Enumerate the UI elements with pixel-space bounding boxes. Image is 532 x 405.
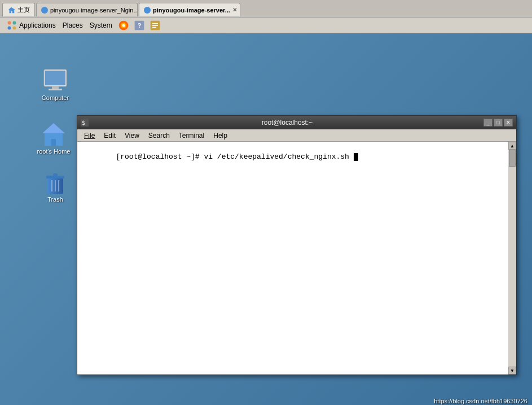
terminal-menu-terminal[interactable]: Terminal	[174, 131, 209, 140]
system-label: System	[90, 21, 112, 29]
terminal-cursor	[354, 153, 358, 161]
applications-label: Applications	[19, 21, 56, 29]
tab-2[interactable]: pinyougou-image-server... ✕	[139, 3, 240, 16]
svg-rect-16	[49, 89, 62, 90]
gnome-menubar: Applications Places System ?	[0, 18, 532, 33]
desktop-icon-trash[interactable]: Trash	[33, 169, 78, 203]
svg-rect-15	[52, 86, 59, 89]
tab-home[interactable]: 主页	[2, 3, 35, 16]
svg-point-1	[13, 21, 16, 24]
terminal-window-icon: $	[81, 119, 89, 127]
terminal-menu-file[interactable]: File	[80, 131, 99, 140]
trash-icon	[42, 169, 69, 196]
desktop: Computer root's Home	[0, 33, 532, 405]
home-tab-icon	[7, 6, 15, 14]
scrollbar-up-btn[interactable]: ▲	[508, 142, 516, 150]
terminal-menu-view[interactable]: View	[120, 131, 144, 140]
terminal-minimize-btn[interactable]: _	[483, 119, 493, 127]
gnome-applications-menu[interactable]: Applications	[3, 19, 59, 32]
terminal-menubar: File Edit View Search Terminal Help	[77, 129, 516, 142]
svg-rect-14	[45, 71, 65, 85]
terminal-maximize-btn[interactable]: □	[494, 119, 503, 127]
browser-chrome: 主页 pinyougou-image-server_Ngin... ✕ piny…	[0, 0, 532, 18]
computer-icon-label: Computer	[42, 94, 69, 101]
edit-icon[interactable]	[150, 20, 161, 31]
terminal-titlebar: $ root@localhost:~ _ □ ✕	[77, 116, 516, 129]
terminal-menu-help[interactable]: Help	[209, 131, 232, 140]
gnome-apps-icon	[7, 20, 17, 31]
terminal-body: [root@localhost ~]# vi /etc/keepalived/c…	[77, 142, 516, 374]
tab-2-icon	[144, 7, 151, 14]
tab-2-label: pinyougou-image-server...	[153, 7, 230, 14]
trash-icon-label: Trash	[47, 196, 63, 203]
tab-bar: 主页 pinyougou-image-server_Ngin... ✕ piny…	[0, 0, 532, 17]
tab-1[interactable]: pinyougou-image-server_Ngin... ✕	[36, 3, 138, 16]
status-bar: https://blog.csdn.net/fbh19630726	[429, 397, 532, 405]
terminal-command-line: [root@localhost ~]# vi /etc/keepalived/c…	[116, 153, 353, 161]
terminal-content[interactable]: [root@localhost ~]# vi /etc/keepalived/c…	[77, 142, 508, 374]
home-icon	[40, 121, 67, 148]
svg-marker-19	[42, 123, 65, 133]
terminal-controls: _ □ ✕	[483, 119, 513, 127]
firefox-icon[interactable]	[118, 20, 129, 31]
terminal-title: root@localhost:~	[91, 119, 483, 127]
tab-2-close[interactable]: ✕	[232, 7, 237, 13]
terminal-scrollbar: ▲ ▼	[508, 142, 516, 374]
svg-point-6	[122, 24, 125, 27]
terminal-window: $ root@localhost:~ _ □ ✕ File Edit View …	[77, 115, 517, 375]
home-tab-label: 主页	[17, 6, 30, 14]
svg-text:?: ?	[137, 22, 141, 29]
terminal-menu-edit[interactable]: Edit	[99, 131, 120, 140]
tab-1-icon	[41, 7, 48, 14]
desktop-icon-computer[interactable]: Computer	[33, 67, 78, 101]
terminal-close-btn[interactable]: ✕	[504, 119, 513, 127]
tab-1-label: pinyougou-image-server_Ngin...	[50, 7, 138, 14]
help-icon[interactable]: ?	[134, 20, 145, 31]
svg-point-0	[8, 21, 11, 24]
svg-rect-18	[51, 139, 56, 146]
svg-text:$: $	[82, 120, 85, 126]
scrollbar-thumb[interactable]	[509, 150, 516, 167]
svg-rect-26	[53, 173, 58, 176]
gnome-system-menu[interactable]: System	[86, 20, 116, 31]
computer-icon	[42, 67, 69, 94]
scrollbar-track[interactable]	[508, 150, 516, 367]
svg-point-3	[13, 26, 16, 29]
terminal-menu-search[interactable]: Search	[144, 131, 174, 140]
places-label: Places	[63, 21, 83, 29]
scrollbar-down-btn[interactable]: ▼	[508, 367, 516, 374]
status-url: https://blog.csdn.net/fbh19630726	[434, 398, 527, 404]
svg-point-2	[8, 26, 11, 29]
desktop-icon-home[interactable]: root's Home	[31, 121, 76, 155]
home-icon-label: root's Home	[37, 148, 71, 155]
gnome-places-menu[interactable]: Places	[59, 20, 86, 31]
